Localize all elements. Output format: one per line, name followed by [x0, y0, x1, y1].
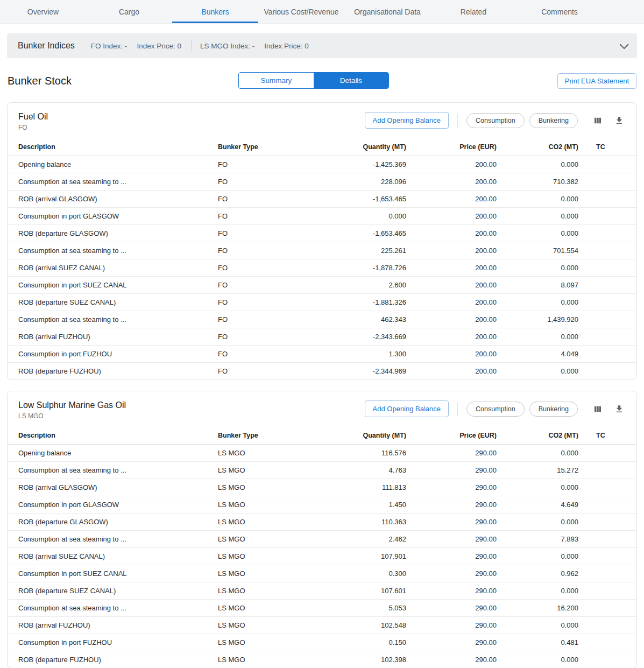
cell-description: ROB (arrival SUEZ CANAL) — [8, 259, 218, 277]
cell-quantity: 102.398 — [320, 651, 406, 668]
cell-quantity: -1,653.465 — [320, 191, 406, 208]
columns-icon[interactable] — [591, 114, 604, 127]
indices-divider — [191, 40, 192, 51]
cell-bunker-type: LS MGO — [218, 479, 320, 496]
cell-tc — [578, 548, 636, 565]
column-header-price: Price (EUR) — [406, 426, 497, 445]
card-title-block: Fuel Oil FO — [18, 112, 48, 131]
cell-bunker-type: FO — [218, 259, 320, 277]
cell-bunker-type: FO — [218, 346, 320, 363]
table-row: Consumption at sea steaming to ...LS MGO… — [8, 462, 636, 479]
cell-tc — [578, 600, 636, 617]
card-subtitle: LS MGO — [18, 412, 126, 420]
consumption-button[interactable]: Consumption — [466, 113, 525, 128]
cell-description: ROB (arrival FUZHOU) — [8, 617, 218, 634]
download-icon[interactable] — [613, 403, 626, 416]
cell-co2: 4.049 — [497, 346, 578, 363]
column-header-price: Price (EUR) — [406, 138, 497, 156]
cell-tc — [578, 634, 636, 651]
cell-quantity: -2,344.969 — [320, 363, 406, 380]
table-row: ROB (arrival GLASGOW)FO-1,653.465200.000… — [8, 191, 636, 208]
cell-tc — [578, 242, 636, 259]
cell-bunker-type: FO — [218, 328, 320, 346]
table-row: Consumption in port FUZHOUFO1.300200.004… — [8, 346, 636, 363]
cell-quantity: 110.363 — [320, 514, 406, 531]
ls-mgo-card: Low Sulphur Marine Gas Oil LS MGO Add Op… — [7, 391, 637, 668]
cell-description: Consumption in port SUEZ CANAL — [8, 565, 218, 582]
cell-description: Consumption in port SUEZ CANAL — [8, 277, 218, 294]
cell-tc — [578, 651, 636, 668]
cell-quantity: 102.548 — [320, 617, 406, 634]
table-row: Opening balanceFO-1,425.369200.000.000 — [8, 156, 636, 173]
cell-description: ROB (departure FUZHOU) — [8, 651, 218, 668]
table-row: Consumption in port GLASGOWFO0.000200.00… — [8, 208, 636, 225]
table-row: Consumption at sea steaming to ...LS MGO… — [8, 531, 636, 548]
column-header-description: Description — [8, 426, 218, 445]
cell-tc — [578, 445, 636, 462]
columns-icon[interactable] — [591, 403, 604, 416]
cell-tc — [578, 479, 636, 496]
tab-bunkers[interactable]: Bunkers — [172, 0, 258, 23]
tab-overview[interactable]: Overview — [0, 0, 86, 23]
cell-description: ROB (departure FUZHOU) — [8, 363, 218, 380]
cell-quantity: -2,343.669 — [320, 328, 406, 346]
cell-quantity: 0.300 — [320, 565, 406, 582]
print-eua-statement-button[interactable]: Print EUA Statement — [557, 73, 636, 89]
chevron-down-icon[interactable] — [620, 40, 629, 49]
bunkering-button[interactable]: Bunkering — [529, 402, 578, 417]
bunkering-button[interactable]: Bunkering — [529, 113, 578, 128]
table-row: ROB (arrival GLASGOW)LS MGO111.813290.00… — [8, 479, 636, 496]
cell-quantity: -1,425.369 — [320, 156, 406, 173]
bunker-indices-bar[interactable]: Bunker Indices FO Index: - Index Price: … — [7, 33, 637, 58]
cell-tc — [578, 294, 636, 311]
cell-description: ROB (arrival FUZHOU) — [8, 328, 218, 346]
table-row: ROB (departure FUZHOU)LS MGO102.398290.0… — [8, 651, 636, 668]
cell-description: Consumption in port GLASGOW — [8, 496, 218, 514]
fuel-oil-card: Fuel Oil FO Add Opening Balance Consumpt… — [7, 102, 637, 380]
cell-bunker-type: LS MGO — [218, 531, 320, 548]
cell-price: 290.00 — [406, 514, 497, 531]
column-header-quantity: Quantity (MT) — [320, 138, 406, 156]
download-icon[interactable] — [613, 114, 626, 127]
cell-description: ROB (departure SUEZ CANAL) — [8, 582, 218, 600]
card-title: Fuel Oil — [18, 112, 48, 122]
cell-description: Opening balance — [8, 445, 218, 462]
tab-comments[interactable]: Comments — [516, 0, 603, 23]
cell-tc — [578, 346, 636, 363]
cell-price: 290.00 — [406, 600, 497, 617]
cell-quantity: 111.813 — [320, 479, 406, 496]
details-toggle-button[interactable]: Details — [314, 73, 388, 88]
cell-price: 290.00 — [406, 548, 497, 565]
add-opening-balance-button[interactable]: Add Opening Balance — [365, 112, 449, 129]
cell-tc — [578, 496, 636, 514]
cell-tc — [578, 617, 636, 634]
column-header-co2: CO2 (MT) — [497, 138, 578, 156]
consumption-button[interactable]: Consumption — [466, 402, 525, 417]
cell-price: 290.00 — [406, 479, 497, 496]
cell-description: Consumption at sea steaming to ... — [8, 173, 218, 191]
cell-price: 290.00 — [406, 582, 497, 600]
table-row: Opening balanceLS MGO116.576290.000.000 — [8, 445, 636, 462]
table-row: Consumption in port FUZHOULS MGO0.150290… — [8, 634, 636, 651]
table-row: Consumption at sea steaming to ...FO228.… — [8, 173, 636, 191]
cell-quantity: 107.601 — [320, 582, 406, 600]
cell-co2: 701.554 — [497, 242, 578, 259]
summary-toggle-button[interactable]: Summary — [239, 73, 314, 88]
cell-quantity: 2.600 — [320, 277, 406, 294]
cell-price: 200.00 — [406, 156, 497, 173]
cell-price: 290.00 — [406, 634, 497, 651]
tab-cargo[interactable]: Cargo — [86, 0, 172, 23]
cell-quantity: 0.000 — [320, 208, 406, 225]
add-opening-balance-button[interactable]: Add Opening Balance — [365, 400, 449, 417]
cell-tc — [578, 462, 636, 479]
cell-quantity: 1.450 — [320, 496, 406, 514]
cell-co2: 0.000 — [497, 363, 578, 380]
tab-related[interactable]: Related — [430, 0, 516, 23]
cell-price: 200.00 — [406, 225, 497, 242]
tab-organisational-data[interactable]: Organisational Data — [344, 0, 430, 23]
tab-various-cost-revenue[interactable]: Various Cost/Revenue — [258, 0, 344, 23]
table-row: Consumption in port GLASGOWLS MGO1.45029… — [8, 496, 636, 514]
cell-bunker-type: LS MGO — [218, 462, 320, 479]
cell-price: 200.00 — [406, 277, 497, 294]
table-row: ROB (departure SUEZ CANAL)FO-1,881.32620… — [8, 294, 636, 311]
